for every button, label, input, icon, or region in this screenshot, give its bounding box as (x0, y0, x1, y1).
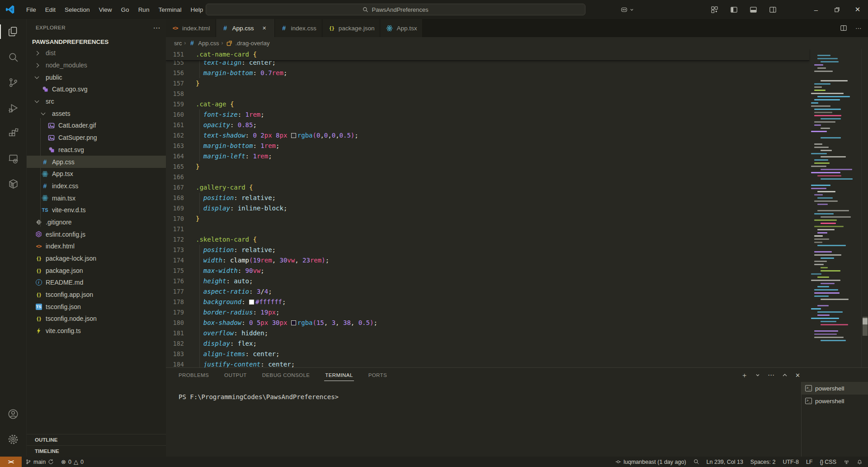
tree-item-app-css[interactable]: #App.css (27, 156, 166, 168)
code-line-179[interactable]: 179 border-radius: 19px; (166, 307, 809, 318)
tree-item-tsconfig-node-json[interactable]: { }tsconfig.node.json (27, 313, 166, 325)
tree-item-eslint-config-js[interactable]: eslint.config.js (27, 228, 166, 240)
tree-item-main-tsx[interactable]: main.tsx (27, 192, 166, 204)
command-center-search[interactable]: PawsAndPreferences (206, 4, 585, 15)
tree-item-tsconfig-json[interactable]: TStsconfig.json (27, 300, 166, 313)
copilot-button[interactable] (620, 6, 634, 14)
code-line-176[interactable]: 176 height: auto; (166, 276, 809, 286)
code-line-173[interactable]: 173 position: relative; (166, 245, 809, 255)
outline-section-header[interactable]: OUTLINE (27, 434, 166, 445)
tree-item-catsuper-png[interactable]: CatSuper.png (27, 132, 166, 144)
scrollbar-handle[interactable] (863, 318, 868, 324)
tree-item-index-html[interactable]: <>index.html (27, 240, 166, 253)
breadcrumb-item-src[interactable]: src (174, 40, 182, 47)
settings-gear-icon[interactable] (0, 427, 27, 452)
tree-item-readme-md[interactable]: iREADME.md (27, 276, 166, 289)
code-line-175[interactable]: 175 max-width: 90vw; (166, 266, 809, 276)
editor-more-actions-icon[interactable]: ⋯ (855, 24, 862, 32)
tab-package-json[interactable]: { }package.json (322, 19, 381, 37)
toggle-primary-sidebar-icon[interactable] (730, 6, 738, 14)
tree-item-vite-config-ts[interactable]: vite.config.ts (27, 325, 166, 337)
tree-item-assets[interactable]: assets (27, 107, 166, 119)
customize-layout-icon[interactable] (711, 6, 718, 14)
restore-button[interactable] (826, 0, 847, 19)
remote-explorer-icon[interactable] (0, 146, 27, 171)
minimize-button[interactable]: – (806, 0, 826, 19)
tree-item-public[interactable]: public (27, 71, 166, 83)
code-line-171[interactable]: 171 (166, 224, 809, 234)
menu-edit[interactable]: Edit (41, 5, 60, 15)
code-line-177[interactable]: 177 aspect-ratio: 3/4; (166, 286, 809, 297)
tab-index-css[interactable]: #index.css (275, 19, 322, 37)
problems-status[interactable]: ⊗ 0 △ 0 (57, 457, 87, 467)
zoom-status[interactable] (690, 457, 703, 467)
workspace-root-folder[interactable]: PAWSANDPREFERENCES (27, 36, 166, 47)
code-line-162[interactable]: 162 text-shadow: 0 2px 8px rgba(0,0,0,0.… (166, 130, 809, 141)
maximize-panel-icon[interactable] (782, 372, 788, 378)
tab-app-css[interactable]: #App.css✕ (216, 19, 275, 37)
code-line-164[interactable]: 164 margin-left: 1rem; (166, 151, 809, 162)
indentation-status[interactable]: Spaces: 2 (747, 457, 779, 467)
menu-view[interactable]: View (94, 5, 117, 15)
code-line-167[interactable]: 167.gallery-card { (166, 182, 809, 193)
code-line-182[interactable]: 182 display: flex; (166, 338, 809, 349)
tree-item-catloader-gif[interactable]: CatLoader.gif (27, 119, 166, 132)
account-icon[interactable] (0, 401, 27, 427)
tree-item-package-lock-json[interactable]: { }package-lock.json (27, 253, 166, 265)
tree-item-vite-env-d-ts[interactable]: TSvite-env.d.ts (27, 204, 166, 216)
git-branch-status[interactable]: main (22, 457, 57, 467)
code-line-156[interactable]: 156 margin-bottom: 0.7rem; (166, 68, 809, 78)
source-control-icon[interactable] (0, 70, 27, 95)
code-line-168[interactable]: 168 position: relative; (166, 193, 809, 203)
cursor-position-status[interactable]: Ln 239, Col 13 (703, 457, 747, 467)
broadcast-status[interactable] (840, 457, 853, 467)
breadcrumb-item-app-css[interactable]: #App.css (188, 39, 219, 47)
run-debug-icon[interactable] (0, 95, 27, 120)
tree-item-catlogo-svg[interactable]: CatLogo.svg (27, 83, 166, 95)
tree-item-dist[interactable]: dist (27, 47, 166, 59)
close-button[interactable]: ✕ (847, 0, 868, 19)
code-line-184[interactable]: 184 justify-content: center; (166, 359, 809, 367)
code-line-159[interactable]: 159.cat-age { (166, 99, 809, 110)
code-line-157[interactable]: 157} (166, 78, 809, 89)
code-line-160[interactable]: 160 font-size: 1rem; (166, 110, 809, 120)
terminal-instance-1[interactable]: >_powershell (802, 382, 868, 395)
split-editor-icon[interactable] (840, 24, 847, 32)
terminal-output[interactable]: PS F:\ProgrammingCodes\PawsAndPreference… (166, 382, 801, 457)
tree-item-react-svg[interactable]: react.svg (27, 144, 166, 156)
language-mode-status[interactable]: { } CSS (816, 457, 840, 467)
tree-item-tsconfig-app-json[interactable]: { }tsconfig.app.json (27, 289, 166, 301)
panel-tab-debug-console[interactable]: DEBUG CONSOLE (261, 370, 311, 381)
close-tab-icon[interactable]: ✕ (260, 25, 269, 31)
eol-status[interactable]: LF (802, 457, 816, 467)
search-icon[interactable] (0, 44, 27, 70)
panel-tab-ports[interactable]: PORTS (368, 370, 388, 381)
tree-item-src[interactable]: src (27, 95, 166, 108)
containers-icon[interactable] (0, 171, 27, 196)
breadcrumb-item--drag-overlay[interactable]: .drag-overlay (226, 39, 270, 47)
code-line-166[interactable]: 166 (166, 172, 809, 182)
tree-item-package-json[interactable]: { }package.json (27, 264, 166, 276)
tree-item-index-css[interactable]: #index.css (27, 180, 166, 192)
panel-tab-problems[interactable]: PROBLEMS (178, 370, 210, 381)
terminal-dropdown-icon[interactable] (755, 373, 760, 377)
code-line-170[interactable]: 170} (166, 214, 809, 224)
code-line-163[interactable]: 163 margin-bottom: 1rem; (166, 141, 809, 151)
git-blame-status[interactable]: luqmanbeast (1 day ago) (612, 457, 689, 467)
code-line-161[interactable]: 161 opacity: 0.85; (166, 120, 809, 130)
menu-run[interactable]: Run (134, 5, 154, 15)
minimap[interactable] (810, 49, 861, 367)
toggle-panel-icon[interactable] (750, 6, 757, 14)
close-panel-icon[interactable]: ✕ (795, 372, 800, 379)
notifications-status[interactable] (853, 457, 868, 467)
panel-tab-terminal[interactable]: TERMINAL (324, 370, 354, 381)
remote-indicator[interactable]: >< (0, 457, 22, 467)
menu-file[interactable]: File (22, 5, 41, 15)
explorer-icon[interactable] (0, 19, 27, 44)
code-line-181[interactable]: 181 overflow: hidden; (166, 328, 809, 338)
editor-scrollbar[interactable] (861, 49, 868, 367)
explorer-more-actions[interactable]: ⋯ (153, 24, 160, 32)
code-line-178[interactable]: 178 background: #ffffff; (166, 297, 809, 307)
sticky-scroll-line[interactable]: 151.cat-name-card { (166, 49, 809, 61)
toggle-secondary-sidebar-icon[interactable] (769, 6, 777, 14)
